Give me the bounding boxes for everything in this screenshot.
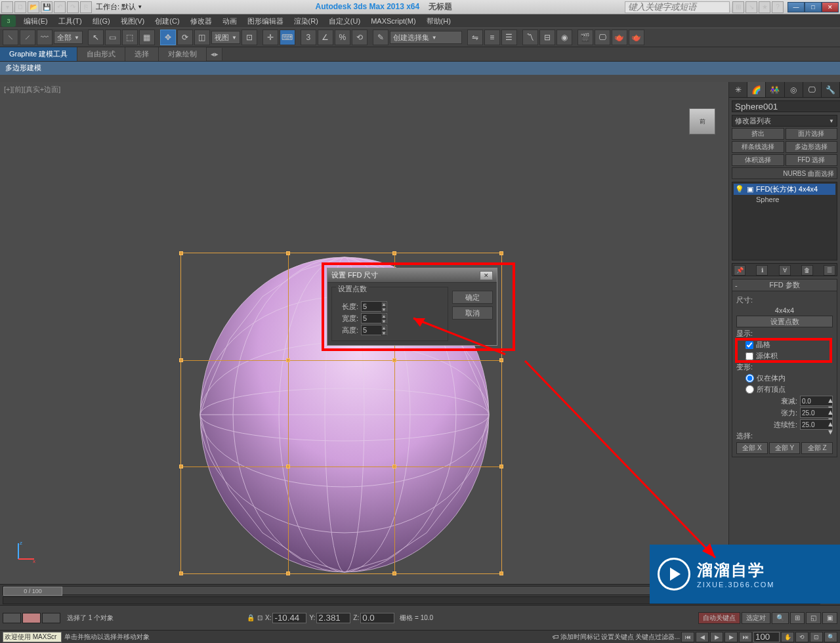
stack-item-ffd[interactable]: 💡 ▣ FFD(长方体) 4x4x4 [734, 184, 835, 195]
menu-rendering[interactable]: 渲染(R) [289, 15, 324, 28]
selection-filter-dropdown[interactable]: 全部▼ [54, 31, 83, 44]
menu-graph-editors[interactable]: 图形编辑器 [242, 15, 289, 28]
key-filters-button[interactable]: 关键点过滤器... [635, 633, 680, 642]
coord-x-input[interactable] [272, 613, 306, 623]
all-y-button[interactable]: 全部 Y [769, 442, 801, 454]
app-menu-button[interactable]: ▾ [1, 1, 13, 13]
hierarchy-tab-icon[interactable]: 👫 [766, 82, 784, 97]
maxscript-mini-listener[interactable]: 欢迎使用 MAXScr [3, 632, 62, 642]
continuity-spinner[interactable]: ▲▼ [800, 419, 833, 430]
menu-tools[interactable]: 工具(T) [53, 15, 87, 28]
menu-maxscript[interactable]: MAXScript(M) [366, 16, 421, 26]
ribbon-tab-object-paint[interactable]: 对象绘制 [159, 47, 207, 61]
goto-start-icon[interactable]: ⏮ [681, 632, 694, 642]
named-selection-dropdown[interactable]: 创建选择集▼ [390, 31, 462, 44]
ribbon-tab-graphite[interactable]: Graphite 建模工具 [0, 47, 77, 61]
falloff-spinner[interactable]: ▲▼ [800, 396, 833, 406]
auto-key-button[interactable]: 自动关键点 [698, 612, 740, 624]
rendered-frame-icon[interactable]: 🖵 [595, 30, 610, 45]
set-key-button[interactable]: 设置关键点 [601, 633, 634, 642]
nav-zoom-all-icon[interactable]: ⊞ [790, 612, 805, 624]
window-crossing-icon[interactable]: ▦ [139, 30, 155, 45]
layers-icon[interactable]: ☰ [501, 30, 517, 45]
workspace-chevron-down-icon[interactable]: ▼ [137, 4, 142, 10]
menu-views[interactable]: 视图(V) [116, 15, 150, 28]
ribbon-panel-polymodel[interactable]: 多边形建模 [0, 62, 840, 75]
plus-icon[interactable]: ▣ [747, 185, 753, 194]
remove-modifier-icon[interactable]: 🗑 [801, 265, 813, 276]
motion-tab-icon[interactable]: ◎ [785, 82, 803, 97]
object-name-input[interactable] [732, 100, 840, 112]
lattice-checkbox[interactable] [746, 341, 753, 349]
menu-edit[interactable]: 编辑(E) [18, 15, 53, 28]
height-spinner[interactable]: ▲▼ [361, 325, 387, 335]
make-unique-icon[interactable]: ∀ [779, 265, 791, 276]
menu-create[interactable]: 创建(C) [150, 15, 184, 28]
dialog-close-button[interactable]: ✕ [480, 271, 493, 280]
current-frame-input[interactable] [753, 632, 780, 642]
nav-max-toggle-icon[interactable]: ⊡ [810, 632, 823, 642]
keyboard-shortcut-icon[interactable]: ⌨ [280, 30, 295, 45]
tension-spinner[interactable]: ▲▼ [800, 407, 833, 418]
length-spinner[interactable]: ▲▼ [361, 301, 387, 312]
close-button[interactable]: ✕ [822, 2, 839, 12]
nav-field-icon[interactable]: ▣ [822, 612, 837, 624]
menu-modifiers[interactable]: 修改器 [185, 15, 217, 28]
ribbon-tab-freeform[interactable]: 自由形式 [77, 47, 125, 61]
nav-pan-icon[interactable]: ✋ [781, 632, 794, 642]
scale-tool-icon[interactable]: ◫ [194, 30, 210, 45]
workspace-label[interactable]: 工作台: 默认 [96, 2, 136, 12]
help-search-input[interactable] [625, 1, 730, 13]
source-vol-checkbox[interactable] [746, 352, 753, 360]
new-icon[interactable]: 🗋 [14, 1, 26, 13]
display-tab-icon[interactable]: 🖵 [803, 82, 822, 97]
track-color-0[interactable] [3, 613, 21, 623]
save-icon[interactable]: 💾 [41, 1, 52, 13]
ribbon-tab-selection[interactable]: 选择 [125, 47, 159, 61]
app-logo-icon[interactable]: 3 [1, 15, 16, 27]
select-icon[interactable]: ↖ [88, 30, 104, 45]
set-points-button[interactable]: 设置点数 [736, 316, 833, 327]
bind-space-warp-icon[interactable]: 〰 [37, 30, 52, 45]
modifier-stack[interactable]: 💡 ▣ FFD(长方体) 4x4x4 Sphere [732, 182, 837, 260]
minimize-button[interactable]: — [788, 2, 805, 12]
help-icon[interactable]: ? [772, 1, 784, 13]
modifier-list-dropdown[interactable]: 修改器列表▼ [732, 115, 837, 127]
next-frame-icon[interactable]: ▶ [724, 632, 738, 642]
play-icon[interactable]: ▶ [710, 632, 723, 642]
render-production-icon[interactable]: 🫖 [629, 30, 644, 45]
selset-patch[interactable]: 面片选择 [786, 128, 838, 140]
menu-help[interactable]: 帮助(H) [421, 15, 456, 28]
dialog-titlebar[interactable]: 设置 FFD 尺寸 ✕ [327, 268, 497, 283]
track-color-2[interactable] [42, 613, 60, 623]
nav-zoom2-icon[interactable]: 🔍 [824, 632, 837, 642]
maximize-button[interactable]: □ [805, 2, 822, 12]
use-center-icon[interactable]: ⊡ [242, 30, 257, 45]
selset-volume[interactable]: 体积选择 [732, 154, 784, 166]
edit-named-sel-icon[interactable]: ✎ [373, 30, 388, 45]
all-x-button[interactable]: 全部 X [736, 442, 768, 454]
ribbon-expand-icon[interactable]: ◂▸ [207, 48, 222, 60]
star-icon[interactable]: ★ [759, 1, 770, 13]
cancel-button[interactable]: 取消 [452, 306, 493, 320]
select-region-icon[interactable]: ⬚ [122, 30, 138, 45]
percent-snap-icon[interactable]: % [335, 30, 350, 45]
redo-icon[interactable]: ↷ [67, 1, 79, 13]
selset-ffd[interactable]: FFD 选择 [786, 154, 838, 166]
nav-orbit-icon[interactable]: ⟲ [795, 632, 808, 642]
rollout-header[interactable]: -FFD 参数 [732, 280, 837, 291]
ref-coord-dropdown[interactable]: 视图▼ [211, 31, 240, 44]
coord-y-input[interactable] [316, 613, 350, 623]
goto-end-icon[interactable]: ⏭ [739, 632, 752, 642]
viewport-label[interactable]: [+][前][真实+边面] [4, 85, 60, 94]
time-tag-icon[interactable]: 🏷 [553, 633, 559, 640]
menu-animation[interactable]: 动画 [217, 15, 242, 28]
render-icon[interactable]: 🫖 [612, 30, 627, 45]
stack-item-sphere[interactable]: Sphere [734, 195, 835, 204]
select-by-name-icon[interactable]: ▭ [105, 30, 121, 45]
show-end-result-icon[interactable]: ℹ [756, 265, 768, 276]
curve-editor-icon[interactable]: 〽 [522, 30, 538, 45]
prev-frame-icon[interactable]: ◀ [696, 632, 709, 642]
menu-group[interactable]: 组(G) [87, 15, 116, 28]
modify-tab-icon[interactable]: 🌈 [747, 82, 766, 97]
